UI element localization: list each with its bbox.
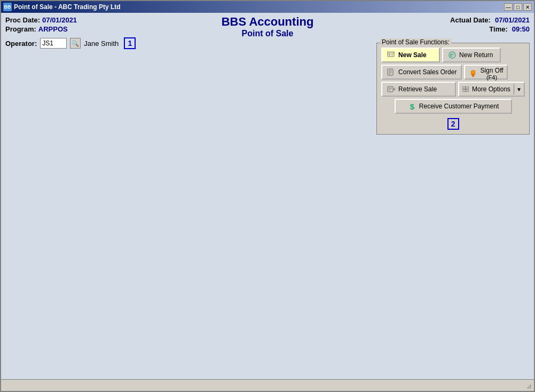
proc-date-value: 07/01/2021 [42,16,77,24]
resize-handle[interactable]: ⊿ [525,382,533,390]
time-label: Time: [489,25,507,33]
proc-date-label: Proc Date: [5,16,40,24]
minimize-button[interactable]: — [504,3,513,11]
right-info: Actual Date: 07/01/2021 Time: 09:50 [450,16,530,33]
actual-date-line: Actual Date: 07/01/2021 [450,16,530,24]
annotation-1: 1 [124,37,136,49]
pos-functions-label: Point of Sale Functions: [380,38,451,46]
title-bar-controls: — □ ✕ [504,3,532,11]
actual-date-label: Actual Date: [450,16,491,24]
app-icon: BB [3,3,12,11]
operator-label: Operator: [5,40,37,48]
title-bar-left: BB Point of Sale - ABC Trading Pty Ltd [3,3,121,11]
main-body [5,52,530,376]
title-bar: BB Point of Sale - ABC Trading Pty Ltd —… [1,1,534,13]
actual-date-value: 07/01/2021 [495,16,530,24]
left-info: Proc Date: 07/01/2021 Program: ARPPOS [5,16,77,33]
program-label: Program: [5,25,36,33]
operator-search-button[interactable]: 🔍 [70,38,81,49]
app-name: BBS Accounting [222,15,314,29]
search-icon: 🔍 [72,40,79,47]
top-info-row: Proc Date: 07/01/2021 Program: ARPPOS BB… [5,16,530,33]
time-value: 09:50 [512,25,530,33]
content-area: Proc Date: 07/01/2021 Program: ARPPOS BB… [1,13,534,379]
close-button[interactable]: ✕ [523,3,532,11]
program-value: ARPPOS [38,25,68,33]
maximize-button[interactable]: □ [514,3,522,11]
time-line: Time: 09:50 [489,25,530,33]
program-line: Program: ARPPOS [5,25,77,33]
proc-date-line: Proc Date: 07/01/2021 [5,16,77,24]
status-bar: ⊿ [1,379,534,391]
center-header: BBS Accounting Point of Sale [222,15,314,38]
window-title: Point of Sale - ABC Trading Pty Ltd [14,3,121,11]
app-subtitle: Point of Sale [222,29,314,38]
operator-input[interactable] [40,38,67,49]
main-window: BB Point of Sale - ABC Trading Pty Ltd —… [0,0,535,392]
operator-name: Jane Smith [84,40,119,48]
